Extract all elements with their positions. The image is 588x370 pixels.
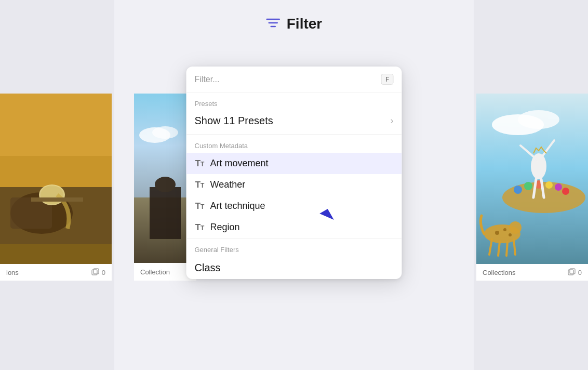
painting-right: Collections 0 [476,94,588,281]
svg-point-17 [155,177,176,192]
show-presets-label: Show 11 Presets [195,115,273,127]
filter-title: Filter [287,16,322,32]
right-card-count: 0 [568,268,582,276]
center-card-label: Collection [140,268,170,276]
kbd-shortcut: F [381,74,394,85]
presets-chevron-icon: › [391,115,394,126]
svg-point-20 [518,110,559,129]
svg-point-37 [509,233,512,236]
search-placeholder-text: Filter... [195,75,220,84]
svg-point-15 [152,126,178,139]
collections-icon-left [91,268,100,276]
svg-rect-8 [31,197,83,202]
svg-rect-16 [150,187,181,239]
general-filters-section: General Filters Class [186,239,402,279]
svg-point-26 [555,183,562,191]
art-technique-label: Art technique [210,201,265,212]
menu-item-region[interactable]: TT Region [186,217,402,238]
show-presets-row[interactable]: Show 11 Presets › [186,111,402,134]
menu-item-art-technique[interactable]: TT Art technique [186,195,402,217]
svg-point-22 [514,186,522,194]
left-card-footer: ions 0 [0,264,112,281]
svg-point-35 [495,231,499,235]
svg-point-23 [524,182,532,190]
collections-icon-right [568,268,576,276]
filter-header: Filter [266,16,322,32]
filter-dropdown-panel[interactable]: Filter... F Presets Show 11 Presets › Cu… [186,67,402,279]
svg-point-27 [562,188,569,195]
left-card-count: 0 [91,268,105,276]
tt-icon-weather: TT [195,180,205,190]
svg-rect-0 [0,94,112,156]
weather-label: Weather [210,179,246,190]
painting-left: ions 0 [0,94,112,281]
filter-icon [266,17,280,31]
art-movement-label: Art movement [210,158,269,169]
general-filters-label: General Filters [186,239,402,257]
presets-section: Presets Show 11 Presets › [186,92,402,134]
custom-metadata-label: Custom Metadata [186,135,402,153]
svg-point-36 [503,228,506,231]
menu-item-art-movement[interactable]: TT Art movement [186,153,402,174]
svg-point-25 [545,181,553,189]
presets-section-label: Presets [186,92,402,111]
class-label: Class [195,262,221,274]
custom-metadata-section: Custom Metadata TT Art movement TT Weath… [186,135,402,238]
painting-right-svg [476,94,588,281]
tt-icon-art-movement: TT [195,158,205,169]
region-label: Region [210,222,240,233]
right-card-footer: Collections 0 [476,264,588,281]
tt-icon-region: TT [195,222,205,233]
left-card-label: ions [6,269,19,276]
painting-left-svg [0,94,112,281]
search-bar[interactable]: Filter... F [186,67,402,92]
svg-line-40 [506,242,507,256]
right-card-label: Collections [483,269,516,276]
menu-item-class[interactable]: Class [186,257,402,279]
menu-item-weather[interactable]: TT Weather [186,174,402,195]
tt-icon-art-technique: TT [195,201,205,212]
svg-point-34 [509,221,522,234]
